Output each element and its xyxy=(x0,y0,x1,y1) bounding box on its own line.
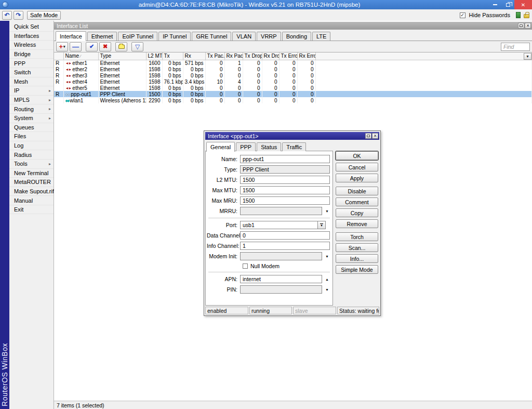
tab-status[interactable]: Status xyxy=(257,142,281,151)
cancel-button[interactable]: Cancel xyxy=(336,163,378,171)
scan-button[interactable]: Scan... xyxy=(336,243,378,252)
sidebar-item[interactable]: Interfaces ▸ xyxy=(9,32,54,41)
table-row[interactable]: R ◄►ether1 Ethernet 1600 0 bps 571 bps 0… xyxy=(54,60,532,66)
column-l2mtu[interactable]: L2 MTU xyxy=(146,52,162,60)
info-channel-field[interactable] xyxy=(240,242,330,250)
disable-button[interactable]: ✖ xyxy=(99,42,111,51)
dialog-tabs: General PPP Status Traffic xyxy=(205,140,379,151)
sidebar-item[interactable]: IP ▸ xyxy=(9,86,54,96)
tab[interactable]: VLAN xyxy=(232,32,256,41)
column-name[interactable]: Name∕ xyxy=(63,52,98,60)
disable-button[interactable]: Disable xyxy=(336,187,378,195)
tab[interactable]: Ethernet xyxy=(87,32,117,41)
sidebar-item[interactable]: Switch ▸ xyxy=(9,68,54,77)
column-tx[interactable]: Tx xyxy=(162,52,183,60)
running-status: running xyxy=(249,307,292,314)
sidebar-item[interactable]: Exit ▸ xyxy=(9,205,54,215)
tab-general[interactable]: General xyxy=(206,142,235,152)
sidebar-item[interactable]: Manual ▸ xyxy=(9,196,54,205)
table-row[interactable]: R ◄►ether2 Ethernet 1598 0 bps 0 bps 0 0… xyxy=(54,66,532,72)
data-channel-field[interactable] xyxy=(240,231,330,240)
sidebar-item[interactable]: Mesh ▸ xyxy=(9,77,54,87)
sidebar-item[interactable]: Quick Set ▸ xyxy=(9,22,54,32)
tab[interactable]: LTE xyxy=(312,32,330,41)
modem-init-expand-arrow-icon[interactable]: ▼ xyxy=(325,255,329,258)
table-row[interactable]: R ◄►ether4 Ethernet 1598 76.1 kbps 3.4 k… xyxy=(54,78,532,85)
hide-passwords-checkbox[interactable]: ✓ xyxy=(460,12,466,18)
column-select-button[interactable]: ▼ xyxy=(524,53,531,60)
column-tx-drops[interactable]: Tx Drops xyxy=(243,52,262,60)
sidebar-item[interactable]: PPP ▸ xyxy=(9,59,54,68)
mrru-expand-arrow-icon[interactable]: ▼ xyxy=(325,209,329,213)
column-tx-errors[interactable]: Tx Errors xyxy=(279,52,297,60)
port-field[interactable] xyxy=(240,221,318,229)
sidebar-item[interactable]: New Terminal ▸ xyxy=(9,169,54,178)
column-tx-packets[interactable]: Tx Pac... xyxy=(205,52,224,60)
torch-button[interactable]: Torch xyxy=(336,232,378,241)
table-row[interactable]: R ◇◇ppp-out1 PPP Client 1500 0 bps 0 bps… xyxy=(54,91,532,97)
column-type[interactable]: Type xyxy=(98,52,146,60)
filter-button[interactable]: ▽ xyxy=(131,42,143,51)
info-button[interactable]: Info... xyxy=(336,254,378,263)
find-input[interactable] xyxy=(501,43,530,51)
sidebar-item[interactable]: Bridge ▸ xyxy=(9,50,54,59)
child-close-button[interactable]: ✕ xyxy=(525,23,531,29)
tab[interactable]: IP Tunnel xyxy=(158,32,191,41)
dialog-close-button[interactable]: ✕ xyxy=(372,133,378,139)
sidebar-item[interactable]: Files ▸ xyxy=(9,132,54,141)
sidebar-item[interactable]: Log ▸ xyxy=(9,141,54,151)
ok-button[interactable]: OK xyxy=(336,151,378,160)
copy-button[interactable]: Copy xyxy=(336,208,378,217)
add-interface-button[interactable]: + ▾ xyxy=(56,42,68,51)
sidebar-item[interactable]: MetaROUTER ▸ xyxy=(9,178,54,187)
remove-interface-button[interactable]: — xyxy=(70,42,82,51)
tab[interactable]: GRE Tunnel xyxy=(192,32,231,41)
sidebar-item[interactable]: Queues ▸ xyxy=(9,123,54,133)
dialog-restore-button[interactable] xyxy=(365,133,371,139)
comment-button[interactable] xyxy=(115,42,127,51)
sidebar-item[interactable]: Wireless ▸ xyxy=(9,41,54,50)
remove-button[interactable]: Remove xyxy=(336,219,378,228)
close-button[interactable]: ✕ xyxy=(514,0,532,9)
column-rx-errors[interactable]: Rx Errors xyxy=(297,52,315,60)
child-restore-button[interactable] xyxy=(518,23,524,29)
restore-button[interactable] xyxy=(501,0,514,9)
column-rx-drops[interactable]: Rx Drops xyxy=(262,52,279,60)
tab-ppp[interactable]: PPP xyxy=(236,142,256,151)
null-modem-checkbox[interactable] xyxy=(243,263,248,269)
tab-traffic[interactable]: Traffic xyxy=(282,142,306,151)
tab[interactable]: VRRP xyxy=(257,32,281,41)
enable-button[interactable]: ✔ xyxy=(86,42,98,51)
column-rx[interactable]: Rx xyxy=(183,52,205,60)
sidebar-item[interactable]: Tools ▸ xyxy=(9,160,54,169)
column-flags[interactable] xyxy=(54,52,63,60)
simple-mode-button[interactable]: Simple Mode xyxy=(336,265,378,274)
tab[interactable]: Interface xyxy=(56,31,86,41)
name-field[interactable] xyxy=(240,155,330,163)
funnel-icon: ▽ xyxy=(135,43,140,50)
table-row[interactable]: ◄►ether5 Ethernet 1598 0 bps 0 bps 0 0 0… xyxy=(54,85,532,91)
undo-button[interactable]: ↶ xyxy=(2,11,12,20)
sidebar-item[interactable]: MPLS ▸ xyxy=(9,96,54,105)
apn-field[interactable] xyxy=(240,275,322,283)
minimize-button[interactable] xyxy=(488,0,501,9)
comment-button[interactable]: Comment xyxy=(336,197,378,206)
l2mtu-field[interactable] xyxy=(240,176,330,184)
table-row[interactable]: R ◄►ether3 Ethernet 1598 0 bps 0 bps 0 0… xyxy=(54,72,532,78)
sidebar-item[interactable]: Radius ▸ xyxy=(9,150,54,160)
apply-button[interactable]: Apply xyxy=(336,174,378,182)
safe-mode-button[interactable]: Safe Mode xyxy=(27,11,61,20)
table-row[interactable]: ◆◆wlan1 Wireless (Atheros 11N) 2290 0 bp… xyxy=(54,97,532,103)
max-mtu-field[interactable] xyxy=(240,186,330,194)
sidebar-item[interactable]: Make Supout.rif ▸ xyxy=(9,187,54,196)
apn-collapse-arrow-icon[interactable]: ▲ xyxy=(325,278,329,281)
port-dropdown-button[interactable]: ▼ xyxy=(317,221,326,229)
redo-button[interactable]: ↷ xyxy=(14,11,23,20)
tab[interactable]: Bonding xyxy=(282,32,311,41)
column-rx-packets[interactable]: Rx Pac... xyxy=(224,52,243,60)
tab[interactable]: EoIP Tunnel xyxy=(118,32,157,41)
sidebar-item[interactable]: Routing ▸ xyxy=(9,104,54,114)
max-mru-field[interactable] xyxy=(240,196,330,205)
sidebar-item[interactable]: System ▸ xyxy=(9,114,54,123)
pin-expand-arrow-icon[interactable]: ▼ xyxy=(325,288,329,292)
